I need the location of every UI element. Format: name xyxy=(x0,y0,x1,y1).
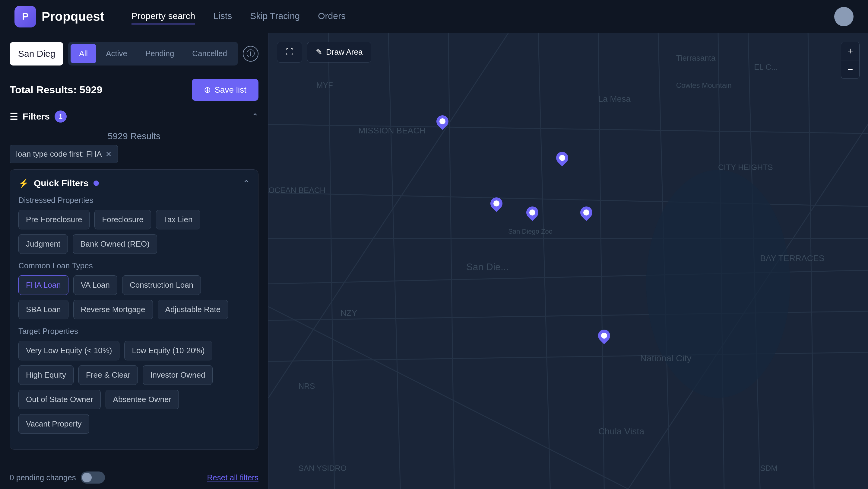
chip-adjustable-rate[interactable]: Adjustable Rate xyxy=(158,300,228,319)
filter-tabs: All Active Pending Cancelled xyxy=(68,42,238,65)
filter-tab-active[interactable]: Active xyxy=(97,44,136,63)
search-wrapper: All Active Pending Cancelled ⓘ xyxy=(10,42,258,65)
chip-judgment[interactable]: Judgment xyxy=(19,234,68,254)
chip-va-loan[interactable]: VA Loan xyxy=(73,275,117,295)
chip-very-low-equity[interactable]: Very Low Equity (< 10%) xyxy=(19,341,119,361)
chip-out-of-state[interactable]: Out of State Owner xyxy=(19,390,101,409)
svg-text:Chula Vista: Chula Vista xyxy=(598,426,644,436)
chip-construction-loan[interactable]: Construction Loan xyxy=(122,275,201,295)
chip-pre-foreclosure[interactable]: Pre-Foreclosure xyxy=(19,210,90,229)
svg-text:MISSION BEACH: MISSION BEACH xyxy=(358,126,425,135)
svg-text:Cowles Mountain: Cowles Mountain xyxy=(676,81,732,89)
nav-lists[interactable]: Lists xyxy=(213,8,232,24)
svg-text:OCEAN BEACH: OCEAN BEACH xyxy=(269,185,326,195)
draw-area-button[interactable]: ✎ Draw Area xyxy=(307,42,371,62)
avatar[interactable] xyxy=(834,7,854,26)
pending-changes-label: 0 pending changes xyxy=(10,473,76,482)
chip-bank-owned[interactable]: Bank Owned (REO) xyxy=(73,234,157,254)
map-panel: MISSION BEACH La Mesa Cowles Mountain CI… xyxy=(269,33,868,489)
filter-tab-pending[interactable]: Pending xyxy=(137,44,183,63)
results-count-small: 5929 Results xyxy=(10,127,258,145)
chip-foreclosure[interactable]: Foreclosure xyxy=(94,210,151,229)
chip-reverse-mortgage[interactable]: Reverse Mortgage xyxy=(73,300,153,319)
save-list-label: Save list xyxy=(214,85,246,95)
loan-type-chips: FHA Loan VA Loan Construction Loan SBA L… xyxy=(19,275,250,319)
nav-orders[interactable]: Orders xyxy=(318,8,346,24)
quick-filters-box: ⚡ Quick Filters ⌃ Distressed Properties … xyxy=(10,169,258,450)
chip-free-clear[interactable]: Free & Clear xyxy=(79,365,138,385)
map-background: MISSION BEACH La Mesa Cowles Mountain CI… xyxy=(269,33,868,489)
active-filter-close-icon[interactable]: ✕ xyxy=(105,150,112,159)
draw-area-label: Draw Area xyxy=(326,48,363,57)
filter-group-loan-types: Common Loan Types FHA Loan VA Loan Const… xyxy=(19,261,250,319)
search-input-container xyxy=(10,42,63,65)
filters-header[interactable]: ☰ Filters 1 ⌃ xyxy=(10,106,258,127)
chip-investor-owned[interactable]: Investor Owned xyxy=(143,365,213,385)
svg-text:National City: National City xyxy=(640,353,691,363)
filter-tab-cancelled[interactable]: Cancelled xyxy=(184,44,236,63)
svg-text:San Die...: San Die... xyxy=(466,261,509,272)
distressed-chips: Pre-Foreclosure Foreclosure Tax Lien Jud… xyxy=(19,210,250,254)
chip-absentee-owner[interactable]: Absentee Owner xyxy=(105,390,179,409)
draw-icon: ✎ xyxy=(316,48,322,57)
nav-property-search[interactable]: Property search xyxy=(131,8,195,24)
main-layout: All Active Pending Cancelled ⓘ Total Res… xyxy=(0,33,868,489)
toggle-switch[interactable] xyxy=(81,471,105,484)
quick-filters-header[interactable]: ⚡ Quick Filters ⌃ xyxy=(19,178,250,189)
active-filter-tag: loan type code first: FHA ✕ xyxy=(10,145,118,163)
chip-high-equity[interactable]: High Equity xyxy=(19,365,73,385)
svg-text:CITY HEIGHTS: CITY HEIGHTS xyxy=(718,163,773,172)
chip-fha-loan[interactable]: FHA Loan xyxy=(19,275,68,295)
svg-text:Tierrasanta: Tierrasanta xyxy=(676,53,716,62)
logo-text: Propquest xyxy=(42,9,104,24)
filters-title-row: ☰ Filters 1 xyxy=(10,111,67,122)
zoom-in-button[interactable]: + xyxy=(841,42,859,60)
quick-filters-active-dot xyxy=(93,180,99,186)
logo-area: P Propquest xyxy=(14,6,104,27)
reset-all-filters-button[interactable]: Reset all filters xyxy=(207,473,259,482)
active-filter-label: loan type code first: FHA xyxy=(16,149,102,159)
fullscreen-icon: ⛶ xyxy=(286,48,293,57)
nav-links: Property search Lists Skip Tracing Order… xyxy=(131,8,816,24)
quick-filters-title: ⚡ Quick Filters xyxy=(19,178,99,189)
pending-changes: 0 pending changes xyxy=(10,471,105,484)
save-list-icon: ⊕ xyxy=(204,85,211,95)
filter-tab-all[interactable]: All xyxy=(70,44,96,63)
save-list-button[interactable]: ⊕ Save list xyxy=(192,79,258,101)
filter-count-badge: 1 xyxy=(55,111,67,122)
svg-text:EL C...: EL C... xyxy=(754,62,778,71)
quick-filters-label: Quick Filters xyxy=(34,178,89,189)
svg-text:NZY: NZY xyxy=(341,308,358,318)
loan-types-label: Common Loan Types xyxy=(19,261,250,270)
chip-low-equity[interactable]: Low Equity (10-20%) xyxy=(124,341,212,361)
svg-text:MYF: MYF xyxy=(316,81,333,90)
svg-text:BAY TERRACES: BAY TERRACES xyxy=(760,254,824,263)
chip-tax-lien[interactable]: Tax Lien xyxy=(156,210,200,229)
svg-text:San Diego Zoo: San Diego Zoo xyxy=(508,228,553,235)
svg-text:SAN YSIDRO: SAN YSIDRO xyxy=(298,464,346,473)
left-panel: All Active Pending Cancelled ⓘ Total Res… xyxy=(0,33,269,489)
zoom-controls: + − xyxy=(841,42,860,79)
fullscreen-button[interactable]: ⛶ xyxy=(277,42,302,62)
nav-skip-tracing[interactable]: Skip Tracing xyxy=(250,8,300,24)
filters-label: Filters xyxy=(23,111,50,122)
lightning-icon: ⚡ xyxy=(19,178,29,189)
results-header: Total Results: 5929 ⊕ Save list xyxy=(0,74,268,106)
filter-group-distressed: Distressed Properties Pre-Foreclosure Fo… xyxy=(19,196,250,254)
navbar: P Propquest Property search Lists Skip T… xyxy=(0,0,868,33)
filter-group-target: Target Properties Very Low Equity (< 10%… xyxy=(19,326,250,434)
svg-point-19 xyxy=(646,170,790,398)
filters-panel: ☰ Filters 1 ⌃ 5929 Results loan type cod… xyxy=(0,106,268,466)
filters-chevron-icon: ⌃ xyxy=(251,112,258,122)
svg-text:SDM: SDM xyxy=(760,464,777,473)
zoom-out-button[interactable]: − xyxy=(841,60,859,79)
chip-sba-loan[interactable]: SBA Loan xyxy=(19,300,68,319)
distressed-label: Distressed Properties xyxy=(19,196,250,205)
quick-filters-chevron-icon: ⌃ xyxy=(243,178,250,189)
filters-icon: ☰ xyxy=(10,111,18,122)
search-input[interactable] xyxy=(18,49,55,59)
info-button[interactable]: ⓘ xyxy=(243,46,258,62)
svg-text:NRS: NRS xyxy=(298,381,315,391)
chip-vacant-property[interactable]: Vacant Property xyxy=(19,414,89,434)
logo-icon: P xyxy=(14,6,36,27)
